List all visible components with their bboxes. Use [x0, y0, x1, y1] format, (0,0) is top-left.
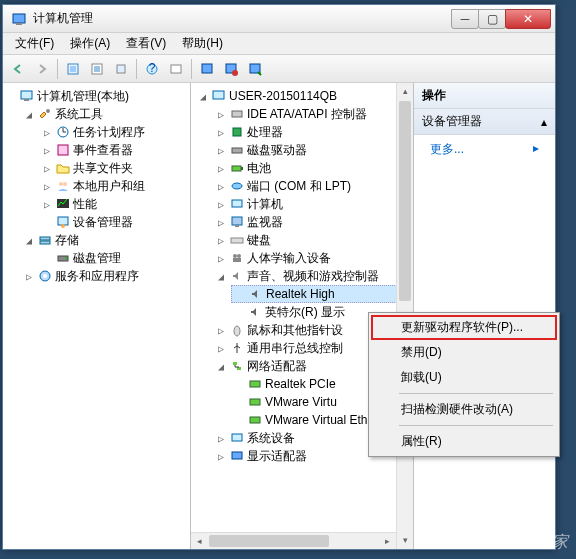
node-disk[interactable]: 磁盘管理 [39, 249, 190, 267]
ctx-disable[interactable]: 禁用(D) [371, 340, 557, 365]
collapse-icon[interactable]: ◢ [197, 91, 209, 102]
expand-icon[interactable]: ▷ [41, 145, 53, 156]
expand-icon[interactable]: ▷ [41, 199, 53, 210]
ctx-scan-hardware[interactable]: 扫描检测硬件改动(A) [371, 397, 557, 422]
dev-monitor[interactable]: ▷监视器 [213, 213, 413, 231]
port-icon [229, 178, 245, 194]
dev-ports[interactable]: ▷端口 (COM 和 LPT) [213, 177, 413, 195]
dev-computer[interactable]: ▷计算机 [213, 195, 413, 213]
svg-rect-3 [70, 66, 76, 72]
actions-section[interactable]: 设备管理器▴ [414, 109, 555, 135]
scroll-down-arrow[interactable]: ▾ [397, 532, 413, 549]
tb-icon-2[interactable] [196, 58, 218, 80]
dev-battery[interactable]: ▷电池 [213, 159, 413, 177]
help-button[interactable]: ? [141, 58, 163, 80]
more-actions-link[interactable]: 更多...▸ [414, 135, 555, 164]
expand-icon[interactable]: ▷ [215, 325, 227, 336]
titlebar[interactable]: 计算机管理 ─ ▢ ✕ [3, 5, 555, 33]
expand-icon[interactable]: ▷ [215, 433, 227, 444]
close-button[interactable]: ✕ [505, 9, 551, 29]
back-button[interactable] [7, 58, 29, 80]
dev-keyboard[interactable]: ▷键盘 [213, 231, 413, 249]
tb-icon-3[interactable] [220, 58, 242, 80]
node-systools[interactable]: ◢系统工具 [21, 105, 190, 123]
scroll-thumb[interactable] [399, 101, 411, 301]
expand-icon[interactable]: ▷ [41, 181, 53, 192]
svg-rect-1 [16, 23, 22, 25]
toolbar: ? [3, 55, 555, 83]
dev-disk[interactable]: ▷磁盘驱动器 [213, 141, 413, 159]
expand-icon[interactable]: ▷ [215, 343, 227, 354]
scroll-up-arrow[interactable]: ▴ [397, 83, 413, 100]
horizontal-scrollbar[interactable]: ◂▸ [191, 532, 396, 549]
ctx-properties[interactable]: 属性(R) [371, 429, 557, 454]
tb-icon-1[interactable] [165, 58, 187, 80]
node-shared[interactable]: ▷共享文件夹 [39, 159, 190, 177]
node-root[interactable]: 计算机管理(本地) [3, 87, 190, 105]
expand-icon[interactable]: ▷ [41, 127, 53, 138]
expand-icon[interactable]: ▷ [215, 217, 227, 228]
collapse-icon[interactable]: ◢ [215, 361, 227, 372]
node-devmgr[interactable]: 设备管理器 [39, 213, 190, 231]
forward-button[interactable] [31, 58, 53, 80]
svg-point-38 [232, 183, 242, 189]
dev-sound[interactable]: ◢声音、视频和游戏控制器 [213, 267, 413, 285]
label: 显示适配器 [247, 448, 307, 465]
expand-icon[interactable]: ▷ [215, 181, 227, 192]
collapse-icon[interactable]: ◢ [215, 271, 227, 282]
expand-icon[interactable]: ▷ [215, 451, 227, 462]
label: 磁盘管理 [73, 250, 121, 267]
scroll-thumb[interactable] [209, 535, 329, 547]
properties-button[interactable] [86, 58, 108, 80]
tb-icon-4[interactable] [244, 58, 266, 80]
label: IDE ATA/ATAPI 控制器 [247, 106, 367, 123]
node-users[interactable]: ▷本地用户和组 [39, 177, 190, 195]
dev-realtek[interactable]: Realtek High [231, 285, 413, 303]
svg-rect-36 [232, 166, 241, 171]
menu-help[interactable]: 帮助(H) [174, 33, 231, 54]
expand-icon[interactable]: ▷ [41, 163, 53, 174]
svg-rect-37 [241, 167, 243, 170]
expand-icon[interactable]: ▷ [23, 271, 35, 282]
ctx-update-driver[interactable]: 更新驱动程序软件(P)... [371, 315, 557, 340]
node-services[interactable]: ▷服务和应用程序 [21, 267, 190, 285]
expand-icon[interactable]: ▷ [215, 199, 227, 210]
expand-icon[interactable]: ▷ [215, 127, 227, 138]
svg-rect-17 [24, 99, 29, 101]
svg-rect-45 [233, 258, 241, 262]
dev-hid[interactable]: ▷人体学输入设备 [213, 249, 413, 267]
cut-button[interactable] [110, 58, 132, 80]
label: 磁盘驱动器 [247, 142, 307, 159]
menu-view[interactable]: 查看(V) [118, 33, 174, 54]
node-storage[interactable]: ◢存储 [21, 231, 190, 249]
expand-icon[interactable]: ▷ [215, 145, 227, 156]
expand-icon[interactable]: ▷ [215, 163, 227, 174]
menu-action[interactable]: 操作(A) [62, 33, 118, 54]
dev-root[interactable]: ◢USER-20150114QB [195, 87, 413, 105]
ctx-uninstall[interactable]: 卸载(U) [371, 365, 557, 390]
node-perf[interactable]: ▷性能 [39, 195, 190, 213]
maximize-button[interactable]: ▢ [478, 9, 506, 29]
collapse-arrow-icon: ▴ [541, 115, 547, 129]
devmgr-icon [55, 214, 71, 230]
up-button[interactable] [62, 58, 84, 80]
collapse-icon[interactable]: ◢ [23, 235, 35, 246]
svg-rect-0 [13, 14, 25, 23]
expand-icon[interactable]: ▷ [215, 253, 227, 264]
minimize-button[interactable]: ─ [451, 9, 479, 29]
menu-file[interactable]: 文件(F) [7, 33, 62, 54]
scroll-left-arrow[interactable]: ◂ [191, 533, 208, 549]
svg-point-21 [59, 182, 63, 186]
expand-icon[interactable]: ▷ [215, 109, 227, 120]
expand-icon[interactable]: ▷ [215, 235, 227, 246]
system-icon [229, 430, 245, 446]
scroll-right-arrow[interactable]: ▸ [379, 533, 396, 549]
usb-icon [229, 340, 245, 356]
nic-icon [247, 376, 263, 392]
node-task[interactable]: ▷任务计划程序 [39, 123, 190, 141]
collapse-icon[interactable]: ◢ [23, 109, 35, 120]
node-event[interactable]: ▷事件查看器 [39, 141, 190, 159]
dev-cpu[interactable]: ▷处理器 [213, 123, 413, 141]
dev-ide[interactable]: ▷IDE ATA/ATAPI 控制器 [213, 105, 413, 123]
svg-rect-39 [232, 200, 242, 207]
